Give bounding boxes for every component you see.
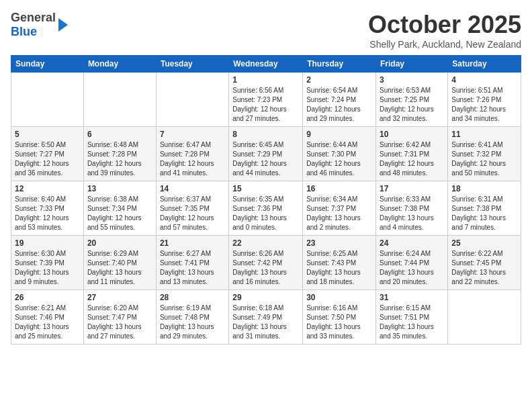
calendar-cell: 12Sunrise: 6:40 AMSunset: 7:33 PMDayligh… — [11, 181, 84, 236]
day-number: 28 — [160, 293, 225, 302]
day-number: 27 — [87, 293, 152, 302]
week-row-1: 1Sunrise: 6:56 AMSunset: 7:23 PMDaylight… — [11, 73, 521, 127]
day-number: 4 — [451, 75, 517, 85]
day-number: 21 — [160, 238, 225, 248]
day-number: 17 — [380, 184, 444, 193]
day-info: Sunrise: 6:47 AMSunset: 7:28 PMDaylight:… — [160, 140, 225, 178]
day-number: 31 — [380, 293, 444, 302]
calendar-cell: 28Sunrise: 6:19 AMSunset: 7:48 PMDayligh… — [156, 290, 228, 345]
day-number: 14 — [160, 184, 225, 193]
day-number: 13 — [87, 184, 152, 193]
calendar-cell: 22Sunrise: 6:26 AMSunset: 7:42 PMDayligh… — [229, 236, 303, 290]
day-number: 7 — [160, 130, 225, 139]
calendar-cell: 11Sunrise: 6:41 AMSunset: 7:32 PMDayligh… — [448, 127, 521, 181]
week-row-4: 19Sunrise: 6:30 AMSunset: 7:39 PMDayligh… — [11, 236, 521, 290]
calendar-cell — [156, 73, 228, 127]
day-number: 23 — [306, 238, 372, 248]
day-info: Sunrise: 6:26 AMSunset: 7:42 PMDaylight:… — [232, 249, 299, 287]
header-monday: Monday — [83, 56, 156, 73]
calendar-cell: 3Sunrise: 6:53 AMSunset: 7:25 PMDaylight… — [376, 73, 448, 127]
day-info: Sunrise: 6:44 AMSunset: 7:30 PMDaylight:… — [306, 140, 372, 178]
day-number: 20 — [87, 238, 152, 248]
calendar-cell: 29Sunrise: 6:18 AMSunset: 7:49 PMDayligh… — [229, 290, 303, 345]
logo-arrow-icon — [58, 18, 68, 32]
logo-general-text: General — [11, 11, 56, 24]
day-info: Sunrise: 6:50 AMSunset: 7:27 PMDaylight:… — [15, 140, 80, 178]
calendar-cell: 23Sunrise: 6:25 AMSunset: 7:43 PMDayligh… — [303, 236, 376, 290]
day-number: 24 — [380, 238, 444, 248]
day-number: 6 — [87, 130, 152, 139]
calendar-cell — [83, 73, 156, 127]
day-info: Sunrise: 6:22 AMSunset: 7:45 PMDaylight:… — [451, 249, 517, 287]
week-row-5: 26Sunrise: 6:21 AMSunset: 7:46 PMDayligh… — [11, 290, 521, 345]
day-number: 16 — [306, 184, 372, 193]
day-number: 15 — [232, 184, 299, 193]
week-row-3: 12Sunrise: 6:40 AMSunset: 7:33 PMDayligh… — [11, 181, 521, 236]
day-info: Sunrise: 6:34 AMSunset: 7:37 PMDaylight:… — [306, 195, 372, 232]
day-number: 12 — [15, 184, 80, 193]
calendar-cell: 9Sunrise: 6:44 AMSunset: 7:30 PMDaylight… — [303, 127, 376, 181]
header-friday: Friday — [376, 56, 448, 73]
calendar-cell: 24Sunrise: 6:24 AMSunset: 7:44 PMDayligh… — [376, 236, 448, 290]
day-info: Sunrise: 6:16 AMSunset: 7:50 PMDaylight:… — [306, 304, 372, 341]
calendar-cell: 18Sunrise: 6:31 AMSunset: 7:38 PMDayligh… — [448, 181, 521, 236]
calendar-cell: 4Sunrise: 6:51 AMSunset: 7:26 PMDaylight… — [448, 73, 521, 127]
logo: General Blue — [11, 11, 68, 39]
day-number: 26 — [15, 293, 80, 302]
calendar-cell: 27Sunrise: 6:20 AMSunset: 7:47 PMDayligh… — [83, 290, 156, 345]
day-info: Sunrise: 6:24 AMSunset: 7:44 PMDaylight:… — [380, 249, 444, 287]
day-info: Sunrise: 6:33 AMSunset: 7:38 PMDaylight:… — [380, 195, 444, 232]
header-thursday: Thursday — [303, 56, 376, 73]
day-info: Sunrise: 6:53 AMSunset: 7:25 PMDaylight:… — [380, 86, 444, 124]
page-header: General Blue October 2025 Shelly Park, A… — [11, 11, 521, 50]
day-info: Sunrise: 6:25 AMSunset: 7:43 PMDaylight:… — [306, 249, 372, 287]
day-info: Sunrise: 6:30 AMSunset: 7:39 PMDaylight:… — [15, 249, 80, 287]
day-info: Sunrise: 6:41 AMSunset: 7:32 PMDaylight:… — [451, 140, 517, 178]
calendar-cell: 13Sunrise: 6:38 AMSunset: 7:34 PMDayligh… — [83, 181, 156, 236]
day-info: Sunrise: 6:15 AMSunset: 7:51 PMDaylight:… — [380, 304, 444, 341]
calendar-cell: 30Sunrise: 6:16 AMSunset: 7:50 PMDayligh… — [303, 290, 376, 345]
day-number: 5 — [15, 130, 80, 139]
day-info: Sunrise: 6:20 AMSunset: 7:47 PMDaylight:… — [87, 304, 152, 341]
day-info: Sunrise: 6:54 AMSunset: 7:24 PMDaylight:… — [306, 86, 372, 124]
calendar-cell: 14Sunrise: 6:37 AMSunset: 7:35 PMDayligh… — [156, 181, 228, 236]
day-info: Sunrise: 6:21 AMSunset: 7:46 PMDaylight:… — [15, 304, 80, 341]
day-number: 22 — [232, 238, 299, 248]
day-info: Sunrise: 6:56 AMSunset: 7:23 PMDaylight:… — [232, 86, 299, 124]
day-number: 9 — [306, 130, 372, 139]
day-info: Sunrise: 6:27 AMSunset: 7:41 PMDaylight:… — [160, 249, 225, 287]
week-row-2: 5Sunrise: 6:50 AMSunset: 7:27 PMDaylight… — [11, 127, 521, 181]
calendar-cell: 1Sunrise: 6:56 AMSunset: 7:23 PMDaylight… — [229, 73, 303, 127]
calendar-header-row: SundayMondayTuesdayWednesdayThursdayFrid… — [11, 56, 521, 73]
day-number: 29 — [232, 293, 299, 302]
header-wednesday: Wednesday — [229, 56, 303, 73]
header-sunday: Sunday — [11, 56, 84, 73]
calendar-cell: 15Sunrise: 6:35 AMSunset: 7:36 PMDayligh… — [229, 181, 303, 236]
day-info: Sunrise: 6:45 AMSunset: 7:29 PMDaylight:… — [232, 140, 299, 178]
day-info: Sunrise: 6:35 AMSunset: 7:36 PMDaylight:… — [232, 195, 299, 232]
day-number: 30 — [306, 293, 372, 302]
day-number: 11 — [451, 130, 517, 139]
day-info: Sunrise: 6:19 AMSunset: 7:48 PMDaylight:… — [160, 304, 225, 341]
calendar-cell: 26Sunrise: 6:21 AMSunset: 7:46 PMDayligh… — [11, 290, 84, 345]
calendar-table: SundayMondayTuesdayWednesdayThursdayFrid… — [11, 55, 521, 345]
day-number: 1 — [232, 75, 299, 85]
day-number: 18 — [451, 184, 517, 193]
calendar-cell: 16Sunrise: 6:34 AMSunset: 7:37 PMDayligh… — [303, 181, 376, 236]
calendar-cell: 6Sunrise: 6:48 AMSunset: 7:28 PMDaylight… — [83, 127, 156, 181]
day-number: 2 — [306, 75, 372, 85]
calendar-cell: 21Sunrise: 6:27 AMSunset: 7:41 PMDayligh… — [156, 236, 228, 290]
calendar-cell: 2Sunrise: 6:54 AMSunset: 7:24 PMDaylight… — [303, 73, 376, 127]
day-number: 19 — [15, 238, 80, 248]
calendar-cell: 7Sunrise: 6:47 AMSunset: 7:28 PMDaylight… — [156, 127, 228, 181]
calendar-cell: 20Sunrise: 6:29 AMSunset: 7:40 PMDayligh… — [83, 236, 156, 290]
day-number: 8 — [232, 130, 299, 139]
calendar-cell: 25Sunrise: 6:22 AMSunset: 7:45 PMDayligh… — [448, 236, 521, 290]
calendar-cell: 19Sunrise: 6:30 AMSunset: 7:39 PMDayligh… — [11, 236, 84, 290]
header-tuesday: Tuesday — [156, 56, 228, 73]
day-info: Sunrise: 6:42 AMSunset: 7:31 PMDaylight:… — [380, 140, 444, 178]
logo-blue-text: Blue — [11, 25, 37, 38]
header-saturday: Saturday — [448, 56, 521, 73]
calendar-cell: 17Sunrise: 6:33 AMSunset: 7:38 PMDayligh… — [376, 181, 448, 236]
day-info: Sunrise: 6:37 AMSunset: 7:35 PMDaylight:… — [160, 195, 225, 232]
